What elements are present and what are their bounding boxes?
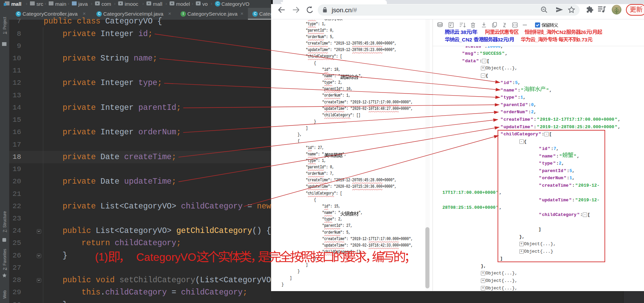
- svg-text:(1): (1): [95, 251, 108, 263]
- svg-text:CategoryVO: CategoryVO: [136, 251, 196, 263]
- svg-text:/: /: [591, 29, 593, 35]
- svg-text:CN2: CN2: [556, 29, 566, 35]
- svg-text:/: /: [508, 36, 509, 42]
- svg-text:32: 32: [497, 36, 503, 42]
- svg-text:_: _: [543, 29, 547, 35]
- svg-text:0.73: 0.73: [577, 36, 587, 42]
- svg-text:38: 38: [460, 29, 466, 35]
- svg-text:26: 26: [580, 29, 586, 35]
- svg-text:/: /: [471, 29, 473, 35]
- svg-text:_: _: [535, 36, 538, 42]
- svg-text:_CN2: _CN2: [459, 36, 472, 42]
